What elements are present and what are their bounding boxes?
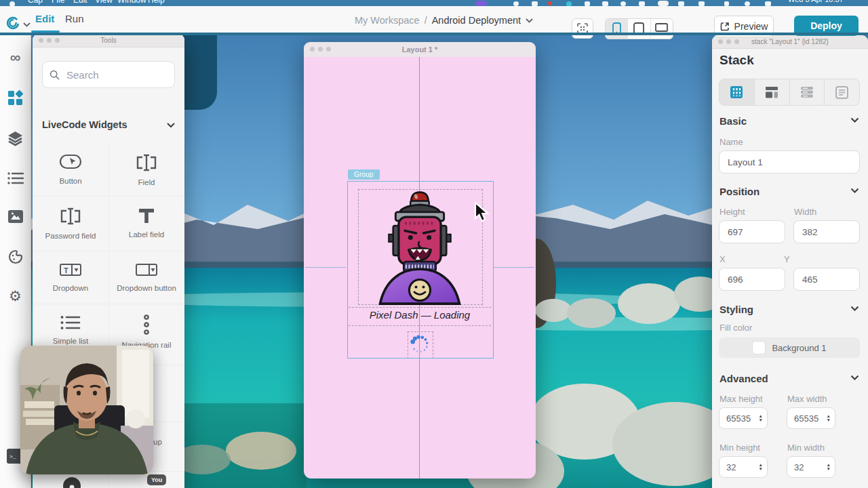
- widget-button[interactable]: Button: [33, 142, 108, 186]
- menu-edit[interactable]: Edit: [73, 0, 87, 5]
- layout-canvas[interactable]: Group: [304, 57, 536, 479]
- tools-search[interactable]: [42, 61, 175, 88]
- device-phone-button[interactable]: [606, 19, 628, 39]
- inspector-tab-rows[interactable]: [790, 79, 825, 105]
- character-image[interactable]: [376, 190, 463, 305]
- inspector-tab-list[interactable]: [825, 79, 859, 105]
- search-icon: [50, 70, 60, 80]
- breadcrumb-separator: /: [425, 15, 427, 26]
- horizontal-guide-line: [305, 267, 346, 268]
- fill-color-chip[interactable]: Background 1: [719, 338, 860, 358]
- widget-simple-list[interactable]: Simple list: [33, 304, 108, 346]
- paint-icon[interactable]: [0, 249, 31, 264]
- advanced-section-header[interactable]: Advanced: [719, 373, 768, 384]
- window-controls[interactable]: [718, 39, 739, 44]
- inspector-tab-properties[interactable]: [719, 79, 755, 105]
- y-field[interactable]: 465: [793, 268, 860, 291]
- menu-help[interactable]: Help: [148, 0, 165, 5]
- widget-label-field[interactable]: Label field: [108, 196, 184, 239]
- breadcrumb-chevron-down-icon[interactable]: [526, 18, 533, 23]
- status-icon[interactable]: [585, 1, 590, 6]
- height-field[interactable]: 697: [719, 220, 785, 243]
- chevron-down-icon[interactable]: [850, 375, 859, 381]
- inspector-tab-layout[interactable]: [755, 79, 790, 105]
- status-icon[interactable]: [566, 1, 572, 6]
- avatar-widget-icon[interactable]: [63, 477, 81, 488]
- qr-preview-button[interactable]: [572, 18, 593, 39]
- stepper-arrows-icon[interactable]: ▲▼: [827, 463, 831, 471]
- chevron-down-icon[interactable]: [850, 188, 859, 194]
- position-section-header[interactable]: Position: [719, 186, 760, 197]
- breadcrumb[interactable]: My Workspace / Android Deployment: [355, 15, 533, 26]
- stepper-arrows-icon[interactable]: ▲▼: [759, 463, 763, 471]
- device-desktop-button[interactable]: [651, 19, 673, 39]
- recording-badge-icon[interactable]: [475, 1, 487, 6]
- livecode-logo-icon[interactable]: [5, 16, 20, 30]
- widgets-section-header[interactable]: LiveCode Widgets: [42, 119, 127, 130]
- menubar-clock[interactable]: Wed 3 Apr 10:37: [788, 0, 844, 3]
- settings-gear-icon[interactable]: ⚙: [0, 289, 31, 303]
- menu-window[interactable]: Window: [117, 0, 146, 5]
- status-icon[interactable]: [639, 1, 645, 6]
- logo-chevron-down-icon[interactable]: [23, 22, 31, 27]
- list-icon[interactable]: [0, 171, 31, 185]
- max-height-stepper[interactable]: 65535 ▲▼: [719, 407, 768, 429]
- widget-password-field[interactable]: Password field: [33, 196, 108, 241]
- layers-icon[interactable]: [0, 131, 31, 146]
- menu-file[interactable]: File: [52, 0, 64, 5]
- max-width-stepper[interactable]: 65535 ▲▼: [787, 407, 835, 429]
- widget-field[interactable]: Field: [108, 142, 184, 187]
- widget-dropdown-button[interactable]: Dropdown button: [108, 251, 184, 293]
- tab-run[interactable]: Run: [65, 13, 84, 24]
- navigation-rail-widget-icon: [142, 314, 151, 335]
- status-icon[interactable]: [513, 1, 519, 6]
- width-field[interactable]: 382: [793, 220, 860, 243]
- window-controls[interactable]: [39, 38, 60, 43]
- status-icon[interactable]: [602, 1, 608, 6]
- button-widget-icon: [58, 153, 83, 171]
- inspector-titlebar[interactable]: stack "Layout 1" {id 1282}: [712, 35, 868, 49]
- image-icon[interactable]: [0, 210, 31, 223]
- widget-navigation-rail[interactable]: Navigation rail: [108, 304, 184, 350]
- menu-cap[interactable]: Cap: [28, 0, 43, 5]
- battery-icon[interactable]: [724, 1, 729, 6]
- breadcrumb-workspace[interactable]: My Workspace: [355, 15, 420, 26]
- stepper-arrows-icon[interactable]: ▲▼: [827, 414, 831, 422]
- section-chevron-down-icon[interactable]: [167, 123, 175, 128]
- breadcrumb-project[interactable]: Android Deployment: [432, 15, 521, 26]
- tab-edit[interactable]: Edit: [35, 13, 54, 24]
- rows-icon: [800, 86, 814, 98]
- status-icon[interactable]: [532, 1, 538, 6]
- group-badge[interactable]: Group: [348, 169, 380, 180]
- loading-spinner[interactable]: [410, 334, 430, 354]
- bluetooth-icon[interactable]: [698, 1, 705, 6]
- chevron-down-icon[interactable]: [850, 306, 859, 312]
- control-center-icon[interactable]: [765, 1, 771, 6]
- min-height-stepper[interactable]: 32 ▲▼: [719, 456, 768, 478]
- min-width-stepper[interactable]: 32 ▲▼: [787, 456, 835, 478]
- loading-label[interactable]: Pixel Dash — Loading: [347, 309, 492, 321]
- layout-window-titlebar[interactable]: Layout 1 *: [304, 42, 536, 58]
- chevron-down-icon[interactable]: [850, 117, 859, 123]
- infinity-icon[interactable]: ∞: [0, 50, 31, 65]
- window-controls[interactable]: [310, 47, 331, 52]
- widgets-icon[interactable]: [0, 90, 31, 106]
- status-icon[interactable]: [620, 1, 626, 6]
- search-input[interactable]: [65, 68, 163, 81]
- x-field[interactable]: 696: [719, 268, 785, 291]
- tools-titlebar[interactable]: Tools: [33, 34, 184, 47]
- youtube-widget-icon[interactable]: You: [147, 474, 166, 485]
- device-tablet-button[interactable]: [628, 19, 650, 39]
- stepper-arrows-icon[interactable]: ▲▼: [759, 414, 763, 422]
- menu-view[interactable]: View: [95, 0, 113, 5]
- basic-section-header[interactable]: Basic: [719, 115, 747, 127]
- status-icon[interactable]: [678, 1, 684, 6]
- fill-color-label: Fill color: [719, 323, 752, 333]
- preview-icon: [720, 22, 730, 31]
- styling-section-header[interactable]: Styling: [719, 304, 753, 315]
- device-preview-segmented: [605, 18, 673, 39]
- name-field[interactable]: Layout 1: [719, 150, 860, 174]
- widget-dropdown[interactable]: T Dropdown: [33, 251, 108, 293]
- spotlight-icon[interactable]: [745, 1, 750, 6]
- status-badge-icon[interactable]: [658, 1, 669, 6]
